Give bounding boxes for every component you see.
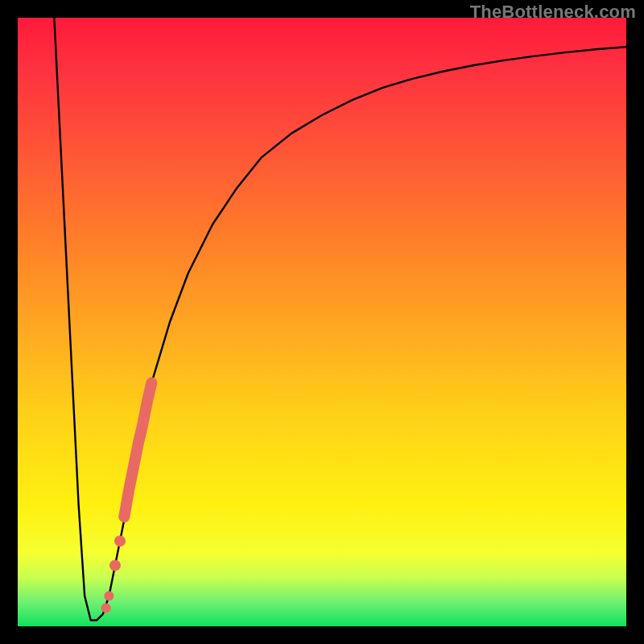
- highlight-dot: [114, 535, 126, 547]
- highlighted-points-group: [101, 383, 152, 613]
- highlight-dot: [104, 591, 114, 601]
- watermark-text: TheBottleneck.com: [470, 2, 636, 23]
- bottleneck-curve: [54, 18, 626, 620]
- highlight-segment: [124, 383, 151, 517]
- highlight-dot: [101, 603, 111, 613]
- highlight-dot: [109, 559, 121, 571]
- plot-frame: [18, 18, 626, 626]
- chart-container: TheBottleneck.com: [0, 0, 644, 644]
- plot-svg: [18, 18, 626, 626]
